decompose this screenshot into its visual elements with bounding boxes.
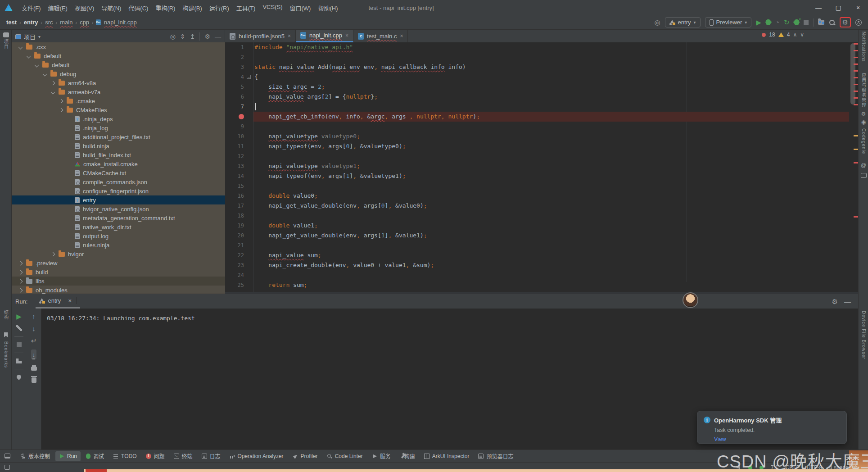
pin-tab-icon[interactable] [16, 374, 22, 380]
stop-button[interactable] [804, 20, 809, 25]
run-tab-entry[interactable]: entry × [36, 294, 80, 309]
tool-window-button-TODO[interactable]: TODO [109, 451, 140, 461]
globe-icon[interactable]: ◉ [859, 119, 868, 125]
menu-item-0[interactable]: 文件(F) [18, 2, 45, 14]
tab-test_main.c[interactable]: test_main.c× [353, 30, 408, 42]
bookmark-icon[interactable] [0, 332, 12, 337]
tool-window-button-预览器日志[interactable]: 预览器日志 [475, 450, 517, 462]
inspection-widget[interactable]: 18 4 ∧ ∨ [762, 32, 804, 38]
tree-closed-chevron-icon[interactable] [51, 252, 55, 256]
tree-row-.cmake[interactable]: .cmake [12, 96, 225, 105]
tool-button-codegenie[interactable]: Codegenie [859, 128, 868, 154]
tree-row-configure_fingerprint.json[interactable]: configure_fingerprint.json [12, 186, 225, 195]
menu-item-7[interactable]: 运行(R) [206, 2, 233, 14]
menu-item-11[interactable]: 帮助(H) [314, 2, 341, 14]
menu-item-2[interactable]: 视图(V) [71, 2, 98, 14]
expand-all-icon[interactable]: ⇕ [180, 33, 185, 40]
tree-row-build.ninja[interactable]: build.ninja [12, 141, 225, 150]
minimize-button[interactable]: — [809, 1, 828, 14]
collapse-all-icon[interactable]: ↥ [190, 33, 195, 40]
tree-row-libs[interactable]: libs [12, 277, 225, 286]
tool-button-services-manager[interactable]: 应用与服务管理 [859, 73, 868, 108]
maximize-button[interactable]: ▢ [828, 1, 848, 14]
tree-row-output.log[interactable]: output.log [12, 231, 225, 241]
tool-window-button-服务[interactable]: 服务 [368, 450, 394, 462]
preview-pane-icon[interactable] [859, 173, 868, 178]
tree-open-chevron-icon[interactable] [43, 72, 47, 76]
breadcrumb-item-entry[interactable]: entry [23, 18, 39, 26]
settings-mini-icon[interactable]: ⚙ [859, 111, 868, 117]
editor-scrollbar[interactable] [850, 43, 855, 104]
close-icon[interactable]: × [345, 32, 348, 39]
stop-process-button[interactable] [17, 342, 22, 347]
tree-row-default[interactable]: default [12, 60, 225, 69]
attach-debugger-button[interactable]: ↗ [794, 19, 799, 25]
soft-wrap-icon[interactable]: ↵ [31, 337, 37, 344]
menu-item-1[interactable]: 编辑(E) [45, 2, 71, 14]
profiler-button[interactable]: ◔ [775, 19, 779, 26]
tree-row-arm64-v8a[interactable]: arm64-v8a [12, 78, 225, 87]
breadcrumb-item-main[interactable]: main [59, 18, 73, 26]
tree-row-entry[interactable]: entry [12, 195, 225, 204]
menu-item-10[interactable]: 窗口(W) [286, 2, 315, 14]
tree-row-armeabi-v7a[interactable]: armeabi-v7a [12, 87, 225, 96]
menu-item-3[interactable]: 导航(N) [98, 2, 125, 14]
run-button[interactable]: ▶ [756, 19, 761, 26]
layout-icon[interactable] [16, 359, 22, 363]
chevron-down-icon[interactable]: ▾ [38, 34, 41, 39]
close-button[interactable]: × [848, 1, 868, 14]
rerun-app-button[interactable]: ▶ [16, 313, 22, 320]
previewer-selector[interactable]: Previewer ▾ [705, 17, 752, 27]
tree-row-rules.ninja[interactable]: rules.ninja [12, 241, 225, 250]
locate-file-icon[interactable]: ◎ [170, 33, 176, 40]
notification-balloon[interactable]: i OpenHarmony SDK 管理 Task completed. Vie… [697, 411, 847, 444]
tree-row-.cxx[interactable]: .cxx [12, 42, 225, 51]
tool-window-button-Code Linter[interactable]: Code Linter [323, 451, 366, 461]
up-stack-trace-icon[interactable]: ↑ [32, 313, 36, 320]
menu-item-4[interactable]: 代码(C) [125, 2, 152, 14]
device-file-browser-icon[interactable] [818, 20, 824, 25]
tree-closed-chevron-icon[interactable] [18, 288, 23, 292]
tree-row-oh_modules[interactable]: oh_modules [12, 286, 225, 294]
tool-window-button-终端[interactable]: 终端 [170, 450, 196, 462]
console-output-line[interactable]: 03/18 16:27:34: Launching com.example.te… [47, 315, 195, 322]
tree-closed-chevron-icon[interactable] [18, 261, 23, 265]
tree-row-.ninja_deps[interactable]: .ninja_deps [12, 114, 225, 123]
notification-view-link[interactable]: View [714, 436, 840, 442]
tool-button-project[interactable]: 项目 [0, 32, 12, 49]
tab-napi_init.cpp[interactable]: napi_init.cpp× [296, 30, 353, 42]
prev-error-icon[interactable]: ∧ [793, 32, 797, 38]
tree-row-compile_commands.json[interactable]: compile_commands.json [12, 177, 225, 186]
tree-closed-chevron-icon[interactable] [59, 99, 63, 103]
breadcrumb-item-cpp[interactable]: cpp [79, 18, 90, 26]
locate-target-icon[interactable]: ◎ [655, 19, 660, 26]
run-settings-gear-icon[interactable]: ⚙ [832, 298, 838, 305]
tree-open-chevron-icon[interactable] [51, 90, 55, 94]
tool-button-structure[interactable]: 结构 [0, 310, 12, 320]
clear-console-icon[interactable] [32, 377, 36, 383]
menu-item-5[interactable]: 重构(R) [152, 2, 179, 14]
tool-window-switcher-icon[interactable] [5, 454, 10, 458]
menu-item-8[interactable]: 工具(T) [233, 2, 259, 14]
menu-item-6[interactable]: 构建(B) [179, 2, 205, 14]
tool-button-bookmarks[interactable]: Bookmarks [0, 341, 12, 368]
tool-window-button-日志[interactable]: 日志 [198, 450, 224, 462]
hide-run-panel-icon[interactable]: — [844, 298, 851, 305]
down-stack-trace-icon[interactable]: ↓ [32, 325, 36, 332]
tool-window-button-Profiler[interactable]: Profiler [289, 451, 321, 461]
at-icon[interactable]: @ [859, 162, 868, 168]
tool-button-device-file-browser[interactable]: Device File Browser [859, 311, 868, 359]
tree-row-default[interactable]: default [12, 51, 225, 60]
tool-button-notifications[interactable]: Notifications [859, 32, 868, 62]
tree-row-cmake_install.cmake[interactable]: cmake_install.cmake [12, 159, 225, 168]
scroll-to-end-icon[interactable]: ↓ [31, 349, 37, 359]
tree-closed-chevron-icon[interactable] [51, 81, 55, 85]
tab-build-profile.json5[interactable]: build-profile.json5× [225, 30, 296, 42]
tree-row-hvigor[interactable]: hvigor [12, 250, 225, 259]
tree-row-metadata_generation_command.txt[interactable]: metadata_generation_command.txt [12, 213, 225, 222]
tree-closed-chevron-icon[interactable] [18, 270, 23, 274]
debug-button[interactable] [766, 19, 771, 25]
tool-window-button-ArkUI Inspector[interactable]: ArkUI Inspector [420, 451, 473, 461]
tool-window-button-Operation Analyzer[interactable]: Operation Analyzer [226, 451, 287, 461]
close-icon[interactable]: × [400, 33, 403, 39]
